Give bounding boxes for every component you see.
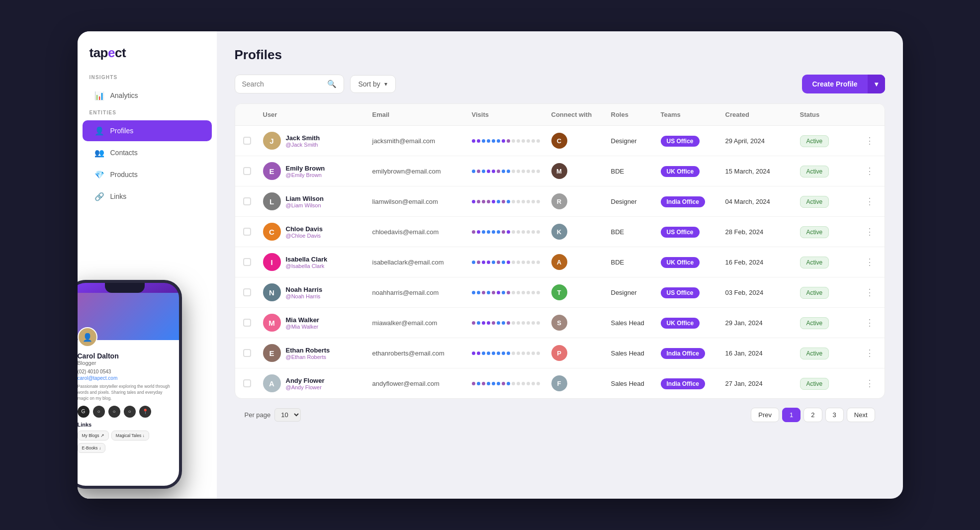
more-button-0[interactable]: ⋮: [860, 135, 880, 146]
status-5: Active: [800, 289, 860, 296]
pagination: Per page 10 25 50 Prev 1 2 3 Next: [235, 399, 885, 424]
header-connect: Connect with: [551, 111, 611, 118]
user-info-3: Chloe Davis @Chloe Davis: [286, 225, 323, 239]
profiles-table: User Email Visits Connect with Roles Tea…: [235, 103, 885, 399]
row-checkbox-5[interactable]: [243, 288, 251, 296]
row-checkbox-0[interactable]: [243, 137, 251, 145]
more-button-1[interactable]: ⋮: [860, 166, 880, 177]
section-label-insights: INSIGHTS: [78, 75, 217, 84]
sidebar-item-analytics[interactable]: 📊 Analytics: [83, 85, 212, 106]
more-button-3[interactable]: ⋮: [860, 226, 880, 237]
status-4: Active: [800, 259, 860, 266]
user-cell-7: E Ethan Roberts @Ethan Roberts: [263, 344, 372, 362]
sidebar-item-products[interactable]: 💎 Products: [83, 164, 212, 185]
user-email-2: liamwilson@email.com: [372, 198, 472, 205]
visits-bar-7: [472, 352, 551, 355]
status-3: Active: [800, 228, 860, 236]
phone-email: carol@tapect.com: [78, 375, 172, 381]
connect-avatar-0: C: [551, 133, 567, 149]
user-email-3: chloedavis@email.com: [372, 228, 472, 236]
user-handle-5: @Noah Harris: [286, 293, 323, 299]
header-visits: Visits: [472, 111, 551, 118]
connect-cell-4: A: [551, 254, 611, 270]
sidebar-item-profiles[interactable]: 👤 Profiles: [83, 120, 212, 141]
user-cell-4: I Isabella Clark @Isabella Clark: [263, 253, 372, 271]
row-checkbox-4[interactable]: [243, 258, 251, 266]
table-row: E Emily Brown @Emily Brown emilybrown@em…: [235, 156, 885, 186]
row-checkbox-1[interactable]: [243, 167, 251, 175]
phone-avatar: 👤: [78, 327, 97, 347]
page-button-2[interactable]: 2: [803, 408, 822, 422]
row-checkbox-7[interactable]: [243, 349, 251, 357]
user-cell-1: E Emily Brown @Emily Brown: [263, 162, 372, 180]
more-button-6[interactable]: ⋮: [860, 317, 880, 328]
sidebar-item-label-analytics: Analytics: [110, 91, 138, 99]
products-icon: 💎: [94, 170, 104, 179]
sort-button[interactable]: Sort by ▾: [350, 75, 396, 93]
user-handle-3: @Chloe Davis: [286, 233, 323, 239]
phone-name: Carol Dalton: [78, 352, 172, 360]
user-name-5: Noah Harris: [286, 286, 323, 293]
header-user: User: [263, 111, 372, 118]
page-button-3[interactable]: 3: [825, 408, 844, 422]
phone-screen: 👤 Carol Dalton Blogger (02) 4010 0543 ca…: [78, 283, 179, 486]
role-6: Sales Head: [611, 319, 661, 327]
profiles-icon: 👤: [94, 126, 104, 136]
row-checkbox-6[interactable]: [243, 319, 251, 327]
phone-mockup: 👤 Carol Dalton Blogger (02) 4010 0543 ca…: [78, 280, 182, 489]
created-8: 27 Jan, 2024: [725, 380, 800, 387]
sidebar-item-label-profiles: Profiles: [110, 127, 134, 135]
phone-social-icon-4: ○: [124, 406, 136, 418]
visits-bar-1: [472, 170, 551, 173]
user-name-7: Ethan Roberts: [286, 347, 330, 354]
row-checkbox-2[interactable]: [243, 197, 251, 205]
next-button[interactable]: Next: [847, 408, 875, 422]
role-7: Sales Head: [611, 350, 661, 357]
header-actions: [860, 111, 880, 118]
user-cell-5: N Noah Harris @Noah Harris: [263, 283, 372, 301]
row-checkbox-3[interactable]: [243, 228, 251, 236]
created-4: 16 Feb, 2024: [725, 259, 800, 266]
user-name-1: Emily Brown: [286, 165, 325, 172]
sidebar-item-links[interactable]: 🔗 Links: [83, 186, 212, 207]
user-name-3: Chloe Davis: [286, 225, 323, 233]
search-icon: 🔍: [327, 80, 337, 88]
team-badge-2: India Office: [661, 198, 725, 205]
table-header: User Email Visits Connect with Roles Tea…: [235, 104, 885, 126]
user-name-6: Mia Walker: [286, 316, 319, 324]
search-input[interactable]: [242, 80, 323, 88]
user-email-8: andyflower@email.com: [372, 380, 472, 387]
role-1: BDE: [611, 168, 661, 175]
search-box[interactable]: 🔍: [235, 75, 344, 93]
user-handle-8: @Andy Flower: [286, 384, 325, 390]
user-cell-2: L Liam Wilson @Liam Wilson: [263, 192, 372, 210]
header-status: Status: [800, 111, 860, 118]
prev-button[interactable]: Prev: [751, 408, 779, 422]
more-button-7[interactable]: ⋮: [860, 348, 880, 358]
user-info-4: Isabella Clark @Isabella Clark: [286, 256, 328, 269]
connect-avatar-3: K: [551, 224, 567, 240]
team-badge-8: India Office: [661, 380, 725, 387]
row-checkbox-8[interactable]: [243, 379, 251, 387]
nav-section-insights: INSIGHTS 📊 Analytics: [78, 75, 217, 106]
user-name-0: Jack Smith: [286, 134, 320, 142]
table-row: N Noah Harris @Noah Harris noahharris@em…: [235, 277, 885, 308]
sidebar-item-contacts[interactable]: 👥 Contacts: [83, 142, 212, 163]
per-page-select[interactable]: 10 25 50: [274, 408, 301, 422]
visits-bar-2: [472, 200, 551, 203]
phone-notch: [105, 283, 145, 293]
more-button-2[interactable]: ⋮: [860, 196, 880, 207]
phone-link-pills: My Blogs ↗ Magical Tales ↓ E-Books ↓: [78, 431, 172, 453]
header-teams: Teams: [661, 111, 725, 118]
more-button-5[interactable]: ⋮: [860, 287, 880, 298]
more-button-8[interactable]: ⋮: [860, 378, 880, 389]
page-button-1[interactable]: 1: [782, 408, 801, 422]
section-label-entities: ENTITIES: [78, 110, 217, 119]
more-button-4[interactable]: ⋮: [860, 257, 880, 267]
phone-phone: (02) 4010 0543: [78, 369, 172, 374]
nav-section-entities: ENTITIES 👤 Profiles 👥 Contacts 💎 Product…: [78, 110, 217, 207]
create-profile-button[interactable]: Create Profile ▾: [802, 75, 885, 93]
header-roles: Roles: [611, 111, 661, 118]
phone-link-pill-3: E-Books ↓: [78, 443, 106, 453]
role-4: BDE: [611, 259, 661, 266]
